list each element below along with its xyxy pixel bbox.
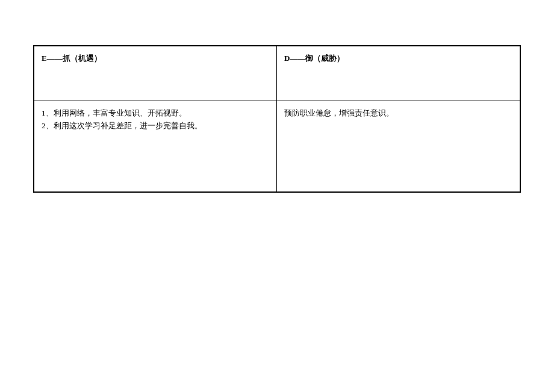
content-left-line1: 1、利用网络，丰富专业知识、开拓视野。 — [42, 107, 269, 120]
content-cell-threats: 预防职业倦怠，增强责任意识。 — [277, 101, 520, 191]
content-right: 预防职业倦怠，增强责任意识。 — [284, 108, 394, 117]
content-left-line2: 2、利用这次学习补足差距，进一步完善自我。 — [42, 120, 269, 132]
table-header-row: E——抓（机遇） D——御（威胁） — [34, 46, 520, 101]
header-cell-threats: D——御（威胁） — [277, 46, 520, 101]
swot-table: E——抓（机遇） D——御（威胁） 1、利用网络，丰富专业知识、开拓视野。 2、… — [33, 45, 521, 193]
header-label-right: D——御（威胁） — [284, 54, 344, 63]
content-cell-opportunities: 1、利用网络，丰富专业知识、开拓视野。 2、利用这次学习补足差距，进一步完善自我… — [34, 101, 277, 191]
table-content-row: 1、利用网络，丰富专业知识、开拓视野。 2、利用这次学习补足差距，进一步完善自我… — [34, 101, 520, 191]
header-cell-opportunities: E——抓（机遇） — [34, 46, 277, 101]
header-label-left: E——抓（机遇） — [42, 54, 102, 63]
